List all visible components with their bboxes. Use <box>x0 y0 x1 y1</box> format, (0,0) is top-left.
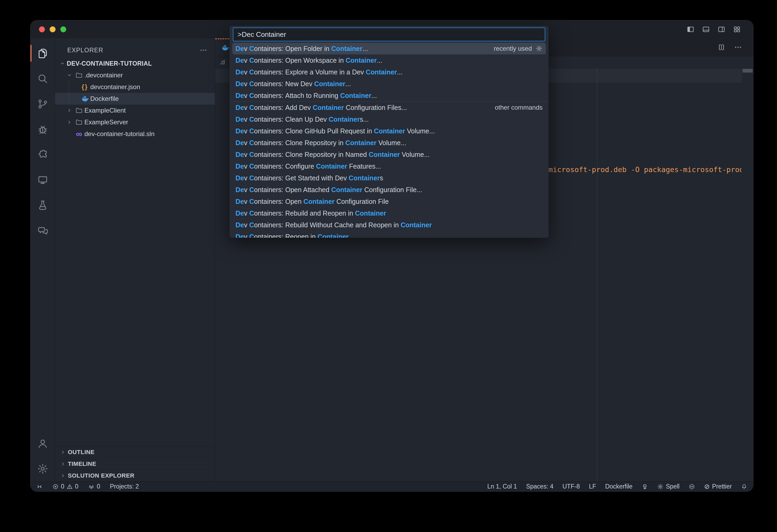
palette-item-10[interactable]: Dev Containers: Clone Repository in Name… <box>232 149 546 160</box>
layout-panel-button[interactable] <box>702 25 710 33</box>
split-editor-button[interactable] <box>717 43 726 51</box>
sidebar-empty-space <box>55 140 215 446</box>
chevron-right-icon <box>67 120 72 125</box>
palette-item-17[interactable]: Dev Containers: Reopen in Container <box>232 231 546 238</box>
palette-item-16[interactable]: Dev Containers: Rebuild Without Cache an… <box>232 219 546 231</box>
status-cursor-position[interactable]: Ln 1, Col 1 <box>487 483 517 490</box>
activity-comments[interactable] <box>30 218 55 243</box>
activity-source-control[interactable] <box>30 91 55 117</box>
layout-sidebar-left-button[interactable] <box>686 25 694 33</box>
status-spell-checker[interactable]: Spell <box>657 483 680 490</box>
sidebar-bottom-sections: OUTLINETIMELINESOLUTION EXPLORER <box>55 446 215 481</box>
folder-icon <box>75 118 83 126</box>
activity-explorer[interactable] <box>30 40 55 66</box>
status-remote-indicator[interactable] <box>36 484 43 490</box>
tree-item-devcontainer-json[interactable]: {}devcontainer.json <box>55 81 215 93</box>
docker-icon <box>81 95 89 103</box>
palette-item-1[interactable]: Dev Containers: Open Folder in Container… <box>232 43 546 54</box>
vscode-window: EXPLORER DEV-CONTAINER-TUTORIAL.devconta… <box>30 20 754 492</box>
status-eol[interactable]: LF <box>589 483 596 490</box>
search-icon <box>37 73 48 85</box>
palette-item-12[interactable]: Dev Containers: Get Started with Dev Con… <box>232 172 546 184</box>
status-prettier[interactable]: ⊘Prettier <box>704 483 732 490</box>
chevron-right-icon <box>60 473 66 479</box>
activity-extensions[interactable] <box>30 142 55 167</box>
docker-icon <box>221 44 229 52</box>
status-problems[interactable]: 00 <box>52 483 79 490</box>
palette-item-11[interactable]: Dev Containers: Configure Container Feat… <box>232 160 546 172</box>
tree-item-dockerfile[interactable]: Dockerfile <box>55 93 215 105</box>
gear-icon <box>657 484 664 490</box>
vs-icon: ∞ <box>76 130 82 137</box>
code-link[interactable]: microsoft-prod.deb <box>548 165 627 174</box>
minimize-button[interactable] <box>50 26 56 32</box>
palette-item-14[interactable]: Dev Containers: Open Container Configura… <box>232 195 546 207</box>
command-palette-list: Dev Containers: Open Folder in Container… <box>230 43 548 238</box>
close-button[interactable] <box>39 26 45 32</box>
status-projects[interactable]: Projects: 2 <box>110 483 139 490</box>
files-icon <box>37 47 48 59</box>
tree-item-exampleclient[interactable]: ExampleClient <box>55 105 215 116</box>
source-control-icon <box>37 98 48 110</box>
tree-item-exampleserver[interactable]: ExampleServer <box>55 116 215 128</box>
status-ports[interactable]: 0 <box>88 483 100 490</box>
section-solution-explorer[interactable]: SOLUTION EXPLORER <box>55 470 215 481</box>
tree-item-dev-container-tutorial-sln[interactable]: ∞dev-container-tutorial.sln <box>55 128 215 140</box>
section-outline[interactable]: OUTLINE <box>55 446 215 458</box>
zoom-button[interactable] <box>60 26 66 32</box>
chevron-right-icon <box>60 461 66 467</box>
palette-item-2[interactable]: Dev Containers: Open Workspace in Contai… <box>232 54 546 66</box>
chevron-down-icon <box>60 61 65 66</box>
activity-run-and-debug[interactable] <box>30 117 55 142</box>
palette-item-9[interactable]: Dev Containers: Clone Repository in Cont… <box>232 137 546 149</box>
sidebar-header: EXPLORER <box>55 38 215 57</box>
more-actions-button[interactable] <box>734 43 742 51</box>
configure-keybinding-icon[interactable] <box>536 45 543 52</box>
tree-item-dev-container-tutorial[interactable]: DEV-CONTAINER-TUTORIAL <box>55 57 215 70</box>
status-csharp-status[interactable]: C# <box>689 484 695 490</box>
activity-search[interactable] <box>30 66 55 91</box>
robot-icon <box>642 484 648 490</box>
explorer-sidebar: EXPLORER DEV-CONTAINER-TUTORIAL.devconta… <box>55 38 215 481</box>
palette-item-5[interactable]: Dev Containers: Attach to Running Contai… <box>232 90 546 101</box>
minimap-slider[interactable] <box>743 69 753 73</box>
vertical-ruler <box>597 68 597 481</box>
status-encoding[interactable]: UTF-8 <box>562 483 580 490</box>
folder-icon <box>75 71 83 79</box>
activity-testing[interactable] <box>30 192 55 218</box>
bell-icon <box>741 484 747 490</box>
views-and-more-actions-button[interactable] <box>200 46 208 54</box>
status-bar: 000Projects: 2 Ln 1, Col 1Spaces: 4UTF-8… <box>30 481 753 492</box>
status-indentation[interactable]: Spaces: 4 <box>526 483 553 490</box>
extensions-icon <box>37 149 48 161</box>
layout-grid-button[interactable] <box>733 25 741 33</box>
section-timeline[interactable]: TIMELINE <box>55 458 215 470</box>
activity-accounts[interactable] <box>30 431 55 456</box>
command-palette-input[interactable] <box>233 27 545 41</box>
palette-item-7[interactable]: Dev Containers: Clean Up Dev Containers.… <box>232 113 546 125</box>
chevron-down-icon <box>67 73 72 78</box>
prettier-icon: ⊘ <box>704 483 710 490</box>
chevron-right-icon <box>67 108 72 113</box>
status-docker-linter[interactable] <box>642 484 648 490</box>
activity-settings[interactable] <box>30 456 55 481</box>
warning-icon <box>67 484 73 490</box>
desktop: { "window": { "traffic_lights": [ {"id":… <box>0 0 777 532</box>
error-icon <box>52 484 59 490</box>
status-notifications[interactable] <box>741 484 747 490</box>
palette-item-13[interactable]: Dev Containers: Open Attached Container … <box>232 184 546 195</box>
status-language-mode[interactable]: Dockerfile <box>605 483 632 490</box>
palette-item-8[interactable]: Dev Containers: Clone GitHub Pull Reques… <box>232 125 546 137</box>
status-bar-left: 000Projects: 2 <box>36 483 139 490</box>
tree-item-devcontainer[interactable]: .devcontainer <box>55 70 215 81</box>
palette-item-3[interactable]: Dev Containers: Explore a Volume in a De… <box>232 66 546 78</box>
editor-actions <box>717 38 753 56</box>
layout-sidebar-right-button[interactable] <box>717 25 726 33</box>
code-text: -O packages-microsoft-prod. <box>627 165 742 174</box>
activity-remote-explorer[interactable] <box>30 167 55 192</box>
palette-item-4[interactable]: Dev Containers: New Dev Container... <box>232 78 546 90</box>
palette-item-6[interactable]: Dev Containers: Add Dev Container Config… <box>232 102 546 113</box>
palette-item-15[interactable]: Dev Containers: Rebuild and Reopen in Co… <box>232 207 546 219</box>
activity-bar <box>30 38 55 481</box>
beaker-icon <box>37 200 48 211</box>
